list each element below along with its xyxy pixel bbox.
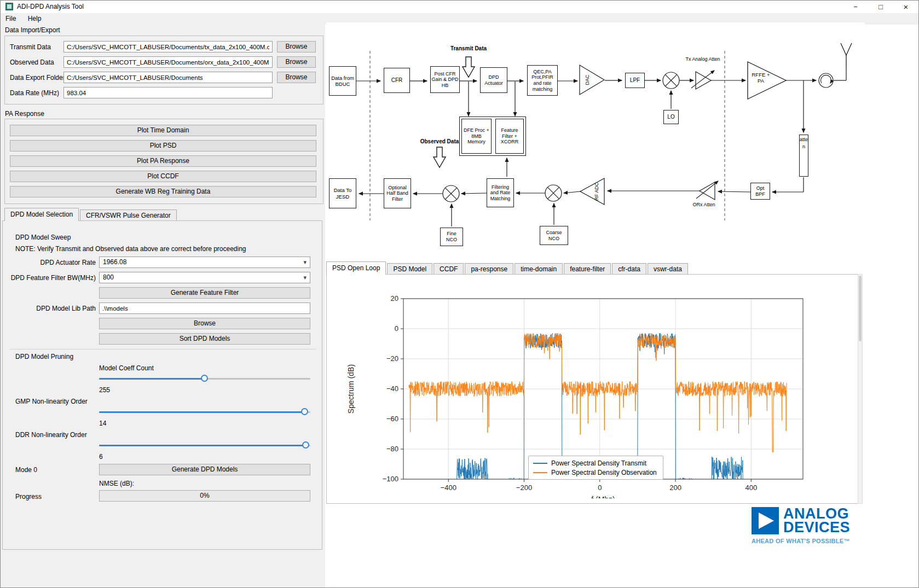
minimize-button[interactable]: − bbox=[843, 1, 868, 13]
observed-data-label: Observed Data bbox=[10, 59, 54, 66]
ddr-order-slider[interactable] bbox=[99, 441, 310, 449]
plot-tab-feature-filter[interactable]: feature-filter bbox=[564, 263, 611, 275]
window-title: ADI-DPD Analysis Tool bbox=[17, 3, 84, 10]
legend-entry-observation: Power Spectral Density Observation bbox=[533, 468, 658, 477]
signal-chain-diagram: DAC RF ADC bbox=[326, 22, 865, 262]
observed-data-input[interactable] bbox=[63, 56, 273, 68]
svg-text:Spectrum (dB): Spectrum (dB) bbox=[346, 364, 355, 414]
tab-cfr-vswr-pulse-generator[interactable]: CFR/VSWR Pulse Generator bbox=[80, 209, 177, 221]
dpd-actuator-rate-select[interactable]: 1966.08 ▾ bbox=[99, 257, 310, 268]
block-atten: atten bbox=[799, 135, 808, 177]
slider-fill bbox=[99, 411, 305, 413]
menu-file[interactable]: File bbox=[1, 13, 21, 24]
diagram-graphics: DAC RF ADC bbox=[326, 22, 865, 262]
plot-tab-bar: PSD Open LoopPSD ModelCCDFpa-responsetim… bbox=[326, 261, 689, 275]
slider-fill bbox=[99, 378, 205, 380]
slider-handle[interactable] bbox=[301, 408, 308, 415]
orx-atten-label: ORx Atten bbox=[682, 202, 726, 208]
plot-tab-cfr-data[interactable]: cfr-data bbox=[612, 263, 646, 275]
model-coeff-count-label: Model Coeff Count bbox=[99, 364, 154, 372]
svg-text:−100: −100 bbox=[383, 475, 398, 483]
plot-tab-psd-open-loop[interactable]: PSD Open Loop bbox=[326, 261, 386, 275]
model-coeff-count-value: 255 bbox=[99, 386, 110, 394]
legend-line-observation bbox=[533, 472, 547, 473]
plot-scrollbar[interactable] bbox=[858, 274, 863, 504]
data-export-folder-label: Data Export Folder bbox=[10, 74, 65, 81]
ddr-order-value: 6 bbox=[99, 453, 103, 461]
data-export-folder-browse-button[interactable]: Browse bbox=[277, 72, 316, 83]
plot-time-domain-button[interactable]: Plot Time Domain bbox=[10, 125, 316, 136]
plot-ccdf-button[interactable]: Plot CCDF bbox=[10, 171, 316, 182]
dpd-model-sweep-title: DPD Model Sweep bbox=[15, 234, 71, 241]
plot-pa-response-button[interactable]: Plot PA Response bbox=[10, 155, 316, 167]
plot-tab-time-domain[interactable]: time-domain bbox=[515, 263, 563, 275]
data-rate-input[interactable] bbox=[63, 87, 273, 98]
nmse-label: NMSE (dB): bbox=[99, 480, 134, 487]
close-button[interactable]: × bbox=[893, 1, 918, 13]
title-bar: ADI-DPD Analysis Tool − □ × bbox=[1, 1, 918, 14]
rf-adc-label: RF ADC bbox=[594, 182, 599, 201]
slider-fill bbox=[99, 445, 306, 446]
group-title-pa-response: PA Response bbox=[5, 110, 44, 118]
svg-text:−60: −60 bbox=[386, 415, 398, 423]
tx-analog-atten-label: Tx Analog Atten bbox=[681, 56, 725, 62]
ddr-order-label: DDR Non-linearity Order bbox=[15, 431, 87, 439]
dpd-feature-filter-bw-label: DPD Feature Filter BW(MHz) bbox=[6, 274, 96, 282]
svg-text:−400: −400 bbox=[441, 484, 456, 492]
block-lpf: LPF bbox=[625, 73, 645, 88]
block-coarse-nco: Coarse NCO bbox=[540, 226, 568, 245]
block-data-from-bduc: Data from BDUC bbox=[329, 66, 356, 96]
data-export-folder-input[interactable] bbox=[63, 72, 273, 83]
dpd-model-lib-path-input[interactable] bbox=[99, 302, 310, 314]
block-optional-half-band-filter: Optional Half Band Filter bbox=[384, 178, 411, 208]
dpd-model-lib-path-label: DPD Model Lib Path bbox=[6, 305, 96, 312]
generate-wb-reg-training-data-button[interactable]: Generate WB Reg Training Data bbox=[10, 186, 316, 197]
observed-data-label: Observed Data bbox=[409, 138, 470, 145]
svg-text:−80: −80 bbox=[386, 445, 398, 453]
plot-tab-ccdf[interactable]: CCDF bbox=[434, 263, 464, 275]
transmit-data-browse-button[interactable]: Browse bbox=[277, 41, 316, 53]
transmit-data-input[interactable] bbox=[63, 41, 273, 53]
svg-text:20: 20 bbox=[391, 294, 398, 302]
menu-help[interactable]: Help bbox=[23, 13, 47, 24]
sort-dpd-models-button[interactable]: Sort DPD Models bbox=[99, 333, 310, 345]
slider-handle[interactable] bbox=[201, 375, 208, 382]
adi-logo-icon bbox=[752, 507, 779, 534]
block-opt-bpf: Opt BPF bbox=[750, 183, 770, 200]
dpd-feature-filter-bw-select[interactable]: 800 ▾ bbox=[99, 272, 310, 283]
generate-dpd-models-button[interactable]: Generate DPD Models bbox=[99, 464, 310, 475]
application-window: ADI-DPD Analysis Tool − □ × File Help Da… bbox=[0, 0, 919, 588]
orx-atten-icon bbox=[696, 181, 718, 200]
plot-tab-vswr-data[interactable]: vswr-data bbox=[648, 263, 688, 275]
legend-label-observation: Power Spectral Density Observation bbox=[551, 469, 657, 476]
app-icon bbox=[5, 3, 13, 10]
lib-path-browse-button[interactable]: Browse bbox=[99, 318, 310, 329]
observed-data-browse-button[interactable]: Browse bbox=[277, 56, 316, 68]
svg-text:200: 200 bbox=[669, 484, 681, 492]
block-fine-nco: Fine NCO bbox=[440, 228, 463, 246]
chevron-down-icon: ▾ bbox=[303, 257, 307, 267]
maximize-button[interactable]: □ bbox=[868, 1, 893, 13]
svg-text:0: 0 bbox=[395, 324, 398, 333]
gmp-order-value: 14 bbox=[99, 420, 106, 427]
plot-psd-button[interactable]: Plot PSD bbox=[10, 140, 316, 152]
scrollbar-thumb[interactable] bbox=[859, 276, 862, 341]
block-lo: LO bbox=[663, 110, 679, 124]
gmp-order-label: GMP Non-linearity Order bbox=[15, 398, 88, 405]
tab-dpd-model-selection[interactable]: DPD Model Selection bbox=[4, 208, 79, 221]
gmp-order-slider[interactable] bbox=[99, 408, 310, 416]
model-coeff-count-slider[interactable] bbox=[99, 375, 310, 382]
block-dpd-actuator: DPD Actuator bbox=[480, 67, 507, 93]
plot-tab-psd-model[interactable]: PSD Model bbox=[387, 263, 432, 275]
plot-tab-pa-response[interactable]: pa-response bbox=[465, 263, 513, 275]
slider-handle[interactable] bbox=[302, 441, 309, 449]
left-tab-bar: DPD Model SelectionCFR/VSWR Pulse Genera… bbox=[4, 208, 178, 221]
data-rate-label: Data Rate (MHz) bbox=[10, 89, 59, 97]
block-filtering-rate-matching: Filtering and Rate Matching bbox=[487, 178, 514, 207]
dpd-actuator-rate-value: 1966.08 bbox=[103, 258, 126, 266]
block-post-cfr: Post CFR Gain & DPD HB bbox=[430, 66, 460, 93]
block-data-to-jesd: Data To JESD bbox=[329, 178, 356, 208]
generate-feature-filter-button[interactable]: Generate Feature Filter bbox=[99, 287, 310, 299]
svg-text:0: 0 bbox=[598, 484, 602, 492]
transmit-data-label: Transmit Data bbox=[10, 43, 51, 51]
